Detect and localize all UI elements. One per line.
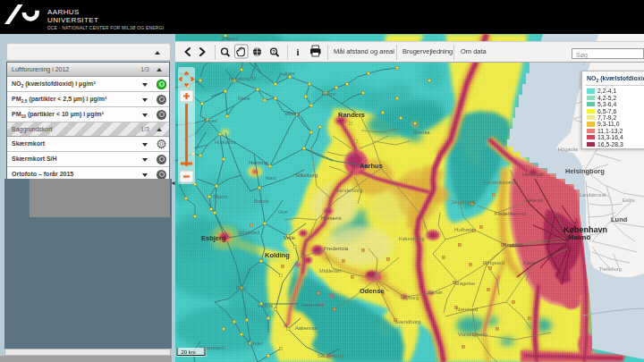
svg-text:i: i xyxy=(297,46,300,57)
svg-text:Grenaa: Grenaa xyxy=(413,130,431,135)
svg-text:Struer: Struer xyxy=(204,118,217,123)
svg-text:Helsingør: Helsingør xyxy=(522,172,544,177)
svg-text:Køge: Køge xyxy=(523,259,537,265)
svg-text:Vojens: Vojens xyxy=(258,303,273,308)
svg-text:Hobro: Hobro xyxy=(322,91,335,97)
svg-text:Frederiksværk: Frederiksværk xyxy=(484,180,516,185)
svg-text:Malmö: Malmö xyxy=(568,233,590,241)
svg-text:Aars: Aars xyxy=(284,71,295,76)
svg-text:Slagelse: Slagelse xyxy=(454,280,476,286)
svg-text:Vordingborg: Vordingborg xyxy=(458,331,487,337)
svg-text:Haderslev: Haderslev xyxy=(301,302,324,307)
svg-text:Herning: Herning xyxy=(249,159,267,165)
svg-text:Skjern: Skjern xyxy=(213,194,227,199)
svg-text:Korsør: Korsør xyxy=(428,290,443,295)
svg-text:Aarhus: Aarhus xyxy=(360,162,383,170)
svg-text:Jægerspris: Jægerspris xyxy=(451,199,476,205)
svg-text:Middelfart: Middelfart xyxy=(319,268,342,274)
svg-text:Næstved: Næstved xyxy=(456,306,478,312)
svg-text:Hillerød: Hillerød xyxy=(526,198,543,203)
svg-text:Ribe: Ribe xyxy=(236,285,247,290)
svg-text:Holbæk: Holbæk xyxy=(454,226,474,232)
svg-text:Eslöv: Eslöv xyxy=(623,198,635,203)
svg-text:Roskilde: Roskilde xyxy=(503,241,524,248)
svg-text:Frederikssund: Frederikssund xyxy=(495,211,526,216)
svg-text:Grindsted: Grindsted xyxy=(238,230,259,235)
svg-text:Lund: Lund xyxy=(611,215,628,223)
svg-text:Skive: Skive xyxy=(238,96,250,101)
svg-text:Ikast: Ikast xyxy=(266,175,276,181)
svg-text:Ringsted: Ringsted xyxy=(483,259,504,265)
svg-text:Sønderborg: Sønderborg xyxy=(318,353,344,358)
svg-text:Silkeborg: Silkeborg xyxy=(295,172,318,178)
svg-text:Helsingborg: Helsingborg xyxy=(565,167,605,175)
svg-text:Skanderborg: Skanderborg xyxy=(334,188,362,193)
svg-text:Fredericia: Fredericia xyxy=(324,245,349,251)
svg-text:Svendborg: Svendborg xyxy=(394,318,420,324)
svg-text:Tønder: Tønder xyxy=(247,341,263,346)
svg-text:Give: Give xyxy=(278,209,288,215)
svg-text:Esbjerg: Esbjerg xyxy=(201,234,226,242)
svg-text:Nykøbing M: Nykøbing M xyxy=(229,76,256,81)
svg-text:20 km: 20 km xyxy=(182,349,196,355)
svg-text:Holstebro: Holstebro xyxy=(215,139,236,145)
svg-text:Kalundborg: Kalundborg xyxy=(399,236,425,241)
svg-text:Nyborg: Nyborg xyxy=(402,295,419,300)
svg-text:Viborg: Viborg xyxy=(284,110,301,116)
svg-text:Horsens: Horsens xyxy=(321,215,342,221)
svg-text:Vejle: Vejle xyxy=(284,234,296,240)
svg-text:Aabenraa: Aabenraa xyxy=(295,325,318,331)
svg-text:Randers: Randers xyxy=(338,111,365,119)
svg-text:Odense: Odense xyxy=(360,287,385,295)
svg-text:Brande: Brande xyxy=(254,198,269,204)
svg-text:Trelleborg: Trelleborg xyxy=(599,266,622,272)
svg-text:Landskrona: Landskrona xyxy=(580,192,606,198)
svg-text:Kolding: Kolding xyxy=(265,251,290,259)
svg-text:Höganäs: Höganäs xyxy=(558,147,579,152)
